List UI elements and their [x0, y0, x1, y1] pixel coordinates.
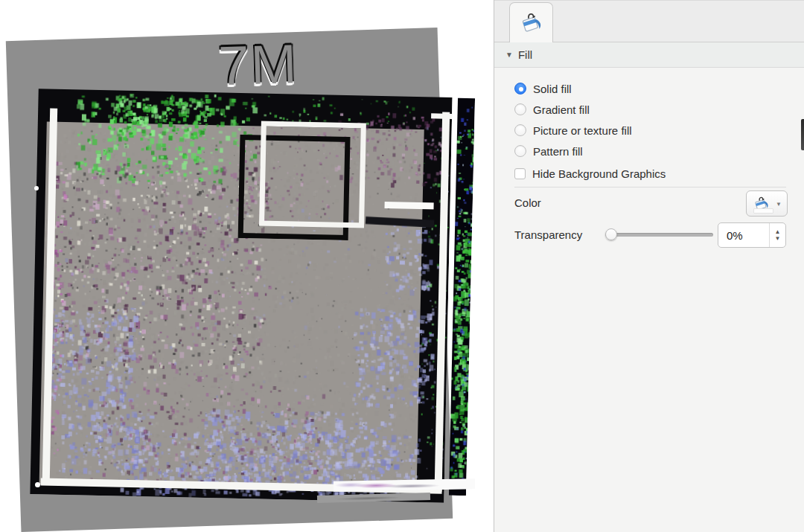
radio-label: Picture or texture fill: [533, 124, 632, 137]
radio-solid-fill[interactable]: Solid fill: [514, 81, 572, 96]
micrograph-image[interactable]: [30, 89, 452, 503]
radio-pattern-fill[interactable]: Pattern fill: [514, 144, 583, 158]
radio-icon: [514, 145, 526, 157]
divider: [514, 187, 786, 188]
app-window: 7M: [0, 0, 804, 532]
tab-style[interactable]: [509, 2, 553, 43]
radio-label: Gradient fill: [533, 103, 590, 116]
slider-thumb[interactable]: [605, 228, 617, 240]
radio-gradient-fill[interactable]: Gradient fill: [514, 102, 590, 117]
radio-label: Solid fill: [533, 83, 572, 95]
radio-icon: [514, 103, 526, 115]
current-color-swatch: [753, 208, 773, 214]
stepper-arrows: ▲ ▼: [769, 223, 785, 247]
slide-canvas[interactable]: 7M: [0, 0, 494, 532]
white-roi-outline[interactable]: [259, 121, 366, 228]
paint-bucket-icon: [519, 10, 544, 36]
color-label: Color: [514, 196, 541, 209]
stepper-up-arrow[interactable]: ▲: [775, 229, 781, 235]
checkbox-hide-background-graphics[interactable]: Hide Background Graphics: [514, 166, 666, 181]
fill-section-title: Fill: [518, 48, 532, 61]
fluorescence-strip-image[interactable]: [449, 98, 475, 496]
fill-section-header[interactable]: ▼ Fill: [494, 42, 804, 68]
format-inspector-panel: ▼ Fill Solid fill Gradient fill Picture …: [494, 0, 804, 532]
white-frame-top-dash: [431, 113, 452, 119]
dropdown-arrow-icon: ▼: [776, 201, 782, 208]
transparency-value[interactable]: 0%: [718, 229, 743, 242]
transparency-slider[interactable]: [605, 233, 713, 237]
radio-icon: [514, 124, 526, 136]
radio-icon: [514, 83, 526, 94]
right-edge-artifact: [801, 119, 804, 150]
handle-dot: [34, 186, 39, 190]
stepper-down-arrow[interactable]: ▼: [775, 236, 781, 242]
small-scale-bar: [385, 202, 434, 209]
transparency-stepper[interactable]: 0% ▲ ▼: [718, 222, 786, 248]
checkbox-label: Hide Background Graphics: [532, 167, 666, 180]
checkbox-icon: [514, 168, 526, 179]
transparency-label: Transparency: [514, 228, 582, 241]
fluorescence-strip-texture: [449, 98, 475, 496]
radio-label: Pattern fill: [533, 145, 583, 158]
radio-picture-texture-fill[interactable]: Picture or texture fill: [514, 123, 632, 138]
color-well-button[interactable]: ▼: [746, 190, 788, 217]
disclosure-triangle-icon: ▼: [505, 51, 513, 59]
handle-dot: [35, 482, 40, 487]
